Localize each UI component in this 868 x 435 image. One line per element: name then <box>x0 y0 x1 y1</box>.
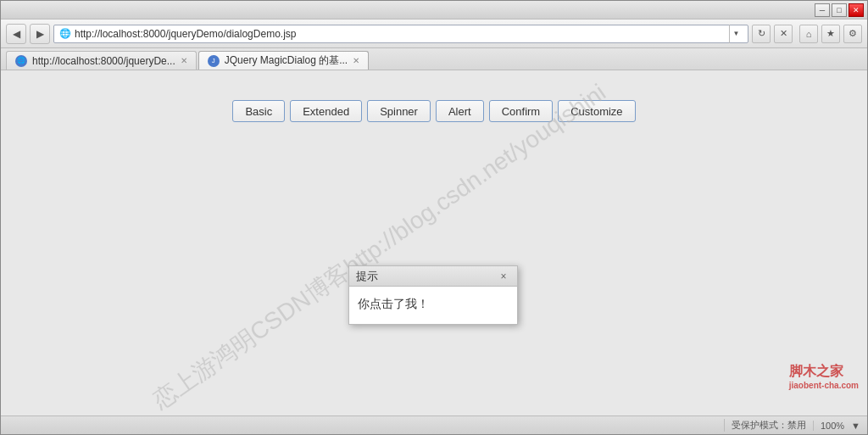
stop-button[interactable]: ✕ <box>774 25 793 43</box>
minimize-button[interactable]: ─ <box>815 3 830 17</box>
settings-button[interactable]: ⚙ <box>843 25 862 43</box>
watermark-text: 恋上游鸿明CSDN博客http://blog.csdn.net/youqishi… <box>147 76 613 415</box>
tab-1[interactable]: 🌐 http://localhost:8000/jqueryDe... ✕ <box>6 51 197 70</box>
tab-1-favicon: 🌐 <box>15 55 27 67</box>
status-zoom-icon[interactable]: ▼ <box>851 421 860 431</box>
logo-text: 脚木之家 <box>789 363 859 381</box>
dialog-box: 提示 × 你点击了我！ <box>348 265 518 325</box>
spinner-button[interactable]: Spinner <box>367 100 431 122</box>
favorites-button[interactable]: ★ <box>821 25 840 43</box>
maximize-button[interactable]: □ <box>832 3 847 17</box>
dialog-titlebar: 提示 × <box>349 266 517 287</box>
browser-window: ─ □ ✕ ◀ ▶ 🌐 http://localhost:8000/jquery… <box>0 0 868 435</box>
close-button[interactable]: ✕ <box>849 3 864 17</box>
tab-1-label: http://localhost:8000/jqueryDe... <box>32 55 175 67</box>
tab-bar: 🌐 http://localhost:8000/jqueryDe... ✕ J … <box>1 48 867 70</box>
dialog-message: 你点击了我！ <box>358 297 429 310</box>
back-button[interactable]: ◀ <box>6 24 26 44</box>
confirm-button[interactable]: Confirm <box>489 100 554 122</box>
dialog-close-button[interactable]: × <box>497 270 510 283</box>
tab-2-label: JQuery MagicDialog 的基... <box>225 53 348 68</box>
forward-button[interactable]: ▶ <box>30 24 50 44</box>
demo-toolbar: Basic Extended Spinner Alert Confirm Cus… <box>1 70 867 122</box>
dialog-title: 提示 <box>356 269 378 284</box>
tab-2-close[interactable]: ✕ <box>353 56 359 65</box>
refresh-button[interactable]: ↻ <box>752 25 771 43</box>
home-button[interactable]: ⌂ <box>799 25 818 43</box>
window-controls: ─ □ ✕ <box>815 3 864 17</box>
status-protected-mode: 受保护模式：禁用 <box>724 419 806 432</box>
status-zoom: 100% <box>813 421 844 431</box>
address-bar[interactable]: 🌐 http://localhost:8000/jqueryDemo/dialo… <box>53 25 748 43</box>
tab-2-favicon: J <box>208 55 220 67</box>
logo-subtext: jiaobent-cha.com <box>789 381 859 390</box>
alert-button[interactable]: Alert <box>436 100 484 122</box>
logo-watermark: 脚木之家 jiaobent-cha.com <box>789 363 859 390</box>
page-icon: 🌐 <box>59 28 71 39</box>
title-bar: ─ □ ✕ <box>1 1 867 20</box>
tab-2[interactable]: J JQuery MagicDialog 的基... ✕ <box>198 51 369 70</box>
tab-1-close[interactable]: ✕ <box>181 56 187 65</box>
dialog-body: 你点击了我！ <box>349 287 517 324</box>
basic-button[interactable]: Basic <box>232 100 285 122</box>
content-area: 恋上游鸿明CSDN博客http://blog.csdn.net/youqishi… <box>1 70 867 415</box>
url-text: http://localhost:8000/jqueryDemo/dialogD… <box>75 28 296 40</box>
navigation-bar: ◀ ▶ 🌐 http://localhost:8000/jqueryDemo/d… <box>1 20 867 48</box>
customize-button[interactable]: Customize <box>558 100 635 122</box>
address-dropdown[interactable]: ▼ <box>729 25 743 43</box>
toolbar-icons: ⌂ ★ ⚙ <box>799 25 862 43</box>
status-bar: 受保护模式：禁用 100% ▼ <box>1 415 867 434</box>
extended-button[interactable]: Extended <box>290 100 362 122</box>
